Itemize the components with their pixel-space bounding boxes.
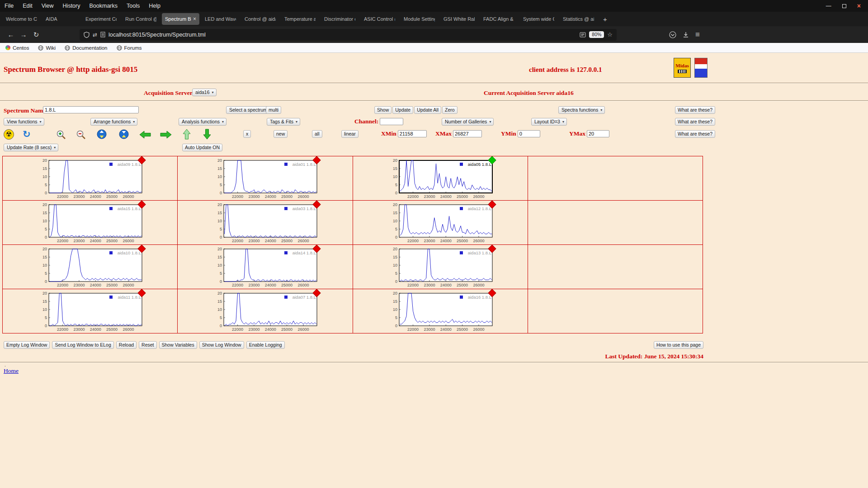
- xmax-input[interactable]: [453, 130, 482, 137]
- spectrum-plot[interactable]: 051015202200023000240002500026000aida05 …: [380, 159, 493, 200]
- zoom-level-badge[interactable]: 80%: [589, 31, 604, 38]
- update-all-button[interactable]: Update All: [414, 106, 441, 114]
- home-link[interactable]: Home: [4, 367, 19, 375]
- y-expand-icon[interactable]: [97, 129, 107, 139]
- multi-button[interactable]: multi: [266, 106, 281, 114]
- bookmark-documentation[interactable]: Documentation: [65, 45, 107, 51]
- how-to-use-button[interactable]: How to use this page: [654, 341, 703, 349]
- new-button[interactable]: new: [274, 130, 288, 138]
- browser-tab[interactable]: Experiment Con: [82, 13, 120, 25]
- tab-close-icon[interactable]: ×: [193, 16, 196, 22]
- send-log-window-to-elog-button[interactable]: Send Log Window to ELog: [52, 341, 113, 349]
- zoom-in-icon[interactable]: [56, 130, 66, 140]
- what-are-these-button-1[interactable]: What are these?: [675, 106, 715, 114]
- hamburger-menu-icon[interactable]: ≡: [695, 30, 700, 39]
- shield-icon[interactable]: [84, 32, 90, 38]
- update-rate-dropdown[interactable]: Update Rate (8 secs) ▾: [4, 144, 58, 151]
- arrow-left-icon[interactable]: [139, 130, 151, 139]
- browser-tab[interactable]: ASIC Control @: [361, 13, 398, 25]
- bookmark-wiki[interactable]: Wiki: [38, 45, 56, 51]
- menu-view[interactable]: View: [37, 3, 58, 9]
- spectrum-plot[interactable]: 051015202200023000240002500026000aida09 …: [30, 159, 143, 200]
- show-log-window-button[interactable]: Show Log Window: [199, 341, 244, 349]
- refresh-cycle-icon[interactable]: ↻: [23, 129, 31, 140]
- x-axis-button[interactable]: x: [243, 130, 251, 138]
- view-functions-dropdown[interactable]: View functions ▾: [4, 118, 44, 126]
- menu-help[interactable]: Help: [144, 3, 165, 9]
- tags-fits-dropdown[interactable]: Tags & Fits ▾: [267, 118, 300, 126]
- browser-tab[interactable]: Statistics @ aid: [560, 13, 597, 25]
- zoom-out-icon[interactable]: [76, 130, 86, 140]
- browser-tab[interactable]: Spectrum Bro×: [162, 13, 199, 25]
- close-button[interactable]: ×: [857, 2, 861, 9]
- spectrum-name-input[interactable]: [43, 106, 139, 113]
- menu-history[interactable]: History: [58, 3, 85, 9]
- bookmark-centos[interactable]: Centos: [5, 45, 29, 51]
- spectrum-plot[interactable]: 051015202200023000240002500026000aida14 …: [205, 247, 318, 289]
- forward-button[interactable]: →: [17, 31, 30, 38]
- linear-button[interactable]: linear: [341, 130, 359, 138]
- browser-tab[interactable]: GSI White Rabb: [440, 13, 478, 25]
- pocket-icon[interactable]: [669, 31, 676, 38]
- spectrum-plot[interactable]: 051015202200023000240002500026000aida11 …: [30, 291, 143, 333]
- url-text[interactable]: localhost:8015/Spectrum/Spectrum.tml: [108, 32, 206, 38]
- enable-logging-button[interactable]: Enable Logging: [246, 341, 285, 349]
- spectrum-plot[interactable]: 051015202200023000240002500026000aida15 …: [30, 203, 143, 244]
- spectrum-plot[interactable]: 051015202200023000240002500026000aida13 …: [380, 247, 493, 289]
- url-bar[interactable]: ⇄ localhost:8015/Spectrum/Spectrum.tml 8…: [80, 29, 617, 41]
- bookmark-star-icon[interactable]: ☆: [607, 31, 613, 38]
- spectrum-plot[interactable]: 051015202200023000240002500026000aida16 …: [380, 291, 493, 333]
- browser-tab[interactable]: Module Settings: [401, 13, 438, 25]
- layout-id-dropdown[interactable]: Layout ID=3 ▾: [531, 118, 567, 126]
- reload-button[interactable]: ↻: [30, 31, 42, 39]
- arrow-up-icon[interactable]: [182, 129, 191, 140]
- ymin-input[interactable]: [518, 130, 540, 137]
- radiation-icon[interactable]: ☢: [4, 129, 14, 140]
- spectrum-plot[interactable]: 051015202200023000240002500026000aida03 …: [205, 203, 318, 244]
- analysis-functions-dropdown[interactable]: Analysis functions ▾: [179, 118, 226, 126]
- show-variables-button[interactable]: Show Variables: [159, 341, 197, 349]
- arrange-functions-dropdown[interactable]: Arrange functions ▾: [90, 118, 137, 126]
- arrow-down-icon[interactable]: [203, 129, 212, 140]
- xmin-input[interactable]: [398, 130, 427, 137]
- menu-bookmarks[interactable]: Bookmarks: [85, 3, 122, 9]
- what-are-these-button-3[interactable]: What are these?: [675, 130, 715, 138]
- acquisition-server-select[interactable]: aida16 ▾: [192, 89, 217, 96]
- spectrum-plot[interactable]: 051015202200023000240002500026000aida01 …: [205, 159, 318, 200]
- number-of-galleries-dropdown[interactable]: Number of Galleries ▾: [442, 118, 494, 126]
- browser-tab[interactable]: FADC Align & C: [480, 13, 518, 25]
- browser-tab[interactable]: Temperature an: [281, 13, 319, 25]
- menu-tools[interactable]: Tools: [122, 3, 144, 9]
- spectrum-plot[interactable]: 051015202200023000240002500026000aida12 …: [380, 203, 493, 244]
- what-are-these-button-2[interactable]: What are these?: [675, 118, 715, 126]
- auto-update-button[interactable]: Auto Update ON: [182, 144, 222, 151]
- arrow-right-icon[interactable]: [160, 130, 172, 139]
- menu-edit[interactable]: Edit: [18, 3, 37, 9]
- all-button[interactable]: all: [312, 130, 322, 138]
- reader-mode-icon[interactable]: [580, 32, 586, 38]
- browser-tab[interactable]: Welcome to Ce: [3, 13, 40, 25]
- browser-tab[interactable]: LED and Wavef: [202, 13, 239, 25]
- minimize-button[interactable]: —: [826, 3, 831, 9]
- channel-input[interactable]: [380, 118, 403, 125]
- browser-tab[interactable]: System wide Ch: [520, 13, 557, 25]
- show-button[interactable]: Show: [374, 106, 392, 114]
- new-tab-button[interactable]: +: [599, 15, 611, 23]
- menu-file[interactable]: File: [0, 3, 18, 9]
- browser-tab[interactable]: Control @ aidas: [241, 13, 279, 25]
- download-icon[interactable]: [682, 31, 689, 38]
- zero-button[interactable]: Zero: [442, 106, 458, 114]
- maximize-button[interactable]: [842, 4, 846, 8]
- spectra-functions-dropdown[interactable]: Spectra functions ▾: [558, 106, 605, 114]
- ymax-input[interactable]: [587, 130, 609, 137]
- permissions-icon[interactable]: ⇄: [93, 32, 97, 38]
- update-button[interactable]: Update: [392, 106, 413, 114]
- back-button[interactable]: ←: [5, 31, 17, 38]
- spectrum-plot[interactable]: 051015202200023000240002500026000aida10 …: [30, 247, 143, 289]
- reset-button[interactable]: Reset: [139, 341, 156, 349]
- spectrum-plot[interactable]: 051015202200023000240002500026000aida07 …: [205, 291, 318, 333]
- bookmark-forums[interactable]: Forums: [117, 45, 142, 51]
- browser-tab[interactable]: AIDA: [42, 13, 80, 25]
- browser-tab[interactable]: Run Control @: [122, 13, 160, 25]
- reload-button[interactable]: Reload: [116, 341, 137, 349]
